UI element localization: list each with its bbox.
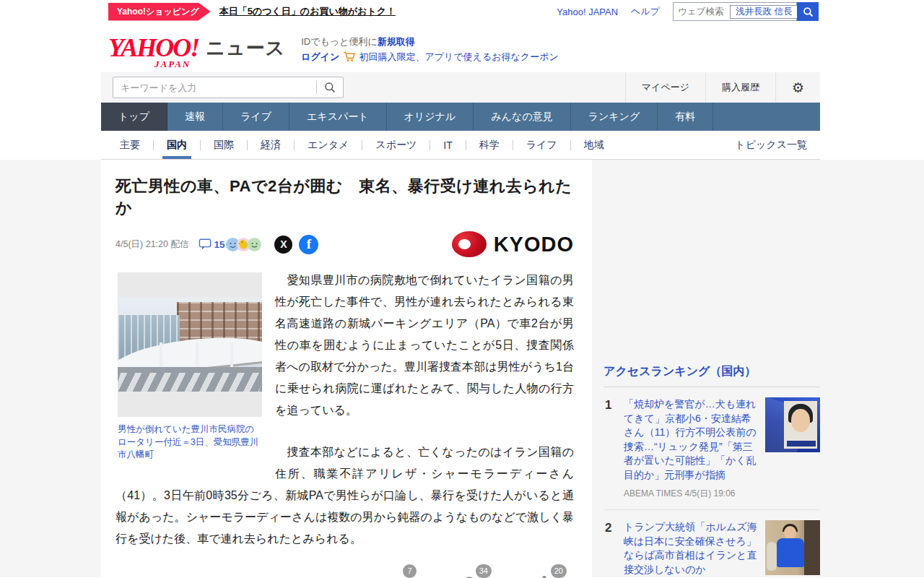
- x-share-icon[interactable]: X: [274, 236, 292, 254]
- divider: [153, 140, 154, 150]
- keyword-search-button[interactable]: [317, 77, 343, 98]
- divider: [513, 140, 513, 150]
- keyword-search-input[interactable]: [113, 82, 316, 93]
- subnav-life[interactable]: ライフ: [525, 131, 559, 159]
- ranking-item-2[interactable]: 2 トランプ大統領「ホルムズ海峡は日本に安全確保させろ」 ならば高市首相はイラン…: [603, 510, 820, 578]
- searchrow-right: マイページ 購入履歴 ⚙: [625, 72, 820, 103]
- yahoo-japan-link[interactable]: Yahoo! JAPAN: [557, 7, 618, 17]
- signup-link[interactable]: 新規取得: [378, 36, 415, 47]
- username-chip[interactable]: 浅井長政 信長: [730, 5, 798, 19]
- access-ranking-heading[interactable]: アクセスランキング（国内）: [603, 364, 820, 379]
- divider: [362, 140, 362, 150]
- subnav-kokusai[interactable]: 国際: [212, 131, 235, 159]
- rank-number: 2: [605, 520, 624, 578]
- nav-tab-sokuho[interactable]: 速報: [167, 103, 223, 131]
- web-search-button[interactable]: [797, 2, 819, 21]
- reaction-count-badge: 7: [403, 564, 417, 578]
- keyword-search-box: [113, 77, 344, 98]
- reaction-count-badge: 34: [476, 564, 492, 578]
- id-promo-line: IDでもっと便利に新規取得: [301, 35, 559, 48]
- ranking-title[interactable]: トランプ大統領「ホルムズ海峡は日本に安全確保させろ」 ならば高市首相はイランと直…: [624, 520, 758, 577]
- id-promo-prefix: IDでもっと便利に: [301, 36, 378, 47]
- yahoo-logo-text: YAHOO!: [108, 35, 199, 61]
- photo-caption[interactable]: 男性が倒れていた豊川市民病院のロータリー付近＝3日、愛知県豊川市八幡町: [118, 423, 262, 462]
- yahoo-logo-japan: JAPAN: [154, 59, 191, 70]
- ranking-title[interactable]: 「焼却炉を警官が…犬も連れてきて」京都小6・安達結希さん（11）行方不明公表前の…: [624, 397, 758, 482]
- web-search-box: 浅井長政 信長: [673, 2, 797, 21]
- subnav-shuyo[interactable]: 主要: [118, 131, 141, 159]
- subnav-keizai[interactable]: 経済: [259, 131, 282, 159]
- kyodo-mark-icon: [452, 231, 487, 257]
- yahoo-shopping-badge[interactable]: Yahoo!ショッピング: [108, 3, 211, 21]
- divider: [294, 140, 295, 150]
- category-navigation: 主要 国内 国際 経済 エンタメ スポーツ IT 科学 ライフ 地域 トピックス…: [101, 131, 820, 160]
- provider-name: KYODO: [494, 233, 574, 256]
- article-photo[interactable]: [118, 272, 262, 417]
- login-line: ログイン 初回購入限定、アプリで使えるお得なクーポン: [301, 50, 559, 64]
- subnav-kagaku[interactable]: 科学: [478, 131, 501, 159]
- divider: [570, 140, 571, 150]
- content-area: 死亡男性の車、PAで2台が囲む 東名、暴行受け連れ去られたか 4/5(日) 21…: [0, 160, 924, 577]
- comment-count: 15: [214, 239, 225, 250]
- sidebar: アクセスランキング（国内） 1 「焼却炉を警官が…犬も連れてきて」京都小6・安達…: [603, 160, 820, 577]
- mypage-link[interactable]: マイページ: [625, 72, 705, 103]
- article-figure: 男性が倒れていた豊川市民病院のロータリー付近＝3日、愛知県豊川市八幡町: [118, 272, 262, 462]
- ranking-item-1[interactable]: 1 「焼却炉を警官が…犬も連れてきて」京都小6・安達結希さん（11）行方不明公表…: [603, 387, 820, 510]
- share-buttons: X f: [274, 235, 318, 254]
- yahoo-logo[interactable]: YAHOO! JAPAN: [108, 35, 199, 61]
- nav-tab-top[interactable]: トップ: [101, 103, 167, 131]
- top-promo-bar: Yahoo!ショッピング 本日「5のつく日」のお買い物がおトク！ Yahoo! …: [0, 0, 924, 23]
- nav-tab-ranking[interactable]: ランキング: [571, 103, 658, 131]
- id-promo-area: IDでもっと便利に新規取得 ログイン 初回購入限定、アプリで使えるお得なクーポン: [301, 32, 559, 64]
- article-meta: 4/5(日) 21:20 配信 15 X: [116, 230, 574, 258]
- reaction-wakariyasui[interactable]: 34 わかりやすい: [443, 574, 496, 578]
- help-link[interactable]: ヘルプ: [631, 5, 660, 18]
- article: 死亡男性の車、PAで2台が囲む 東名、暴行受け連れ去られたか 4/5(日) 21…: [101, 160, 592, 577]
- thumbnail[interactable]: [765, 520, 820, 575]
- search-icon: [324, 82, 336, 93]
- column-gap: [592, 160, 603, 577]
- comment-link[interactable]: 15: [199, 238, 225, 250]
- rank-number: 1: [605, 397, 624, 500]
- article-footer: 記事に関する報告 × この記事はいかがでしたか？ リアクションで支援しよう 7: [116, 574, 574, 578]
- divider: [200, 140, 201, 150]
- cart-icon: [343, 51, 355, 62]
- subnav-kokunai[interactable]: 国内: [165, 131, 188, 159]
- nav-tab-expert[interactable]: エキスパート: [289, 103, 387, 131]
- hospital-photo-art: [118, 298, 262, 392]
- subnav-sports[interactable]: スポーツ: [374, 131, 418, 159]
- emoji-green-smiley: [248, 238, 261, 251]
- nav-tab-paid[interactable]: 有料: [658, 103, 713, 131]
- keyword-search-row: マイページ 購入履歴 ⚙: [101, 72, 820, 103]
- subnav-entame[interactable]: エンタメ: [306, 131, 350, 159]
- reaction-manabi[interactable]: 7 学びがある: [367, 574, 421, 578]
- purchase-history-link[interactable]: 購入履歴: [705, 72, 775, 103]
- reaction-emoji-row: [229, 238, 261, 251]
- subnav-chiiki[interactable]: 地域: [583, 131, 606, 159]
- nav-tab-opinions[interactable]: みんなの意見: [474, 103, 570, 131]
- article-date: 4/5(日) 21:20 配信: [116, 238, 188, 251]
- reaction-buttons: 7 学びがある 34: [367, 574, 574, 578]
- topics-list-link[interactable]: トピックス一覧: [735, 139, 807, 152]
- web-search-input[interactable]: [674, 7, 730, 17]
- divider: [247, 140, 248, 150]
- provider-logo[interactable]: KYODO: [452, 231, 574, 257]
- service-name[interactable]: ニュース: [206, 35, 285, 61]
- ranking-source: ABEMA TIMES 4/5(日) 19:06: [624, 488, 758, 500]
- promo-link[interactable]: 本日「5のつく日」のお買い物がおトク！: [219, 5, 396, 18]
- reaction-atarashii[interactable]: 20 新しい視点: [518, 574, 571, 578]
- divider: [466, 140, 466, 150]
- topbar-right: Yahoo! JAPAN ヘルプ 浅井長政 信長: [557, 2, 819, 21]
- search-icon: [803, 7, 814, 17]
- thumbnail[interactable]: [765, 397, 820, 452]
- facebook-share-icon[interactable]: f: [299, 235, 318, 254]
- nav-tab-live[interactable]: ライブ: [223, 103, 289, 131]
- coupon-link[interactable]: 初回購入限定、アプリで使えるお得なクーポン: [359, 50, 558, 64]
- login-link[interactable]: ログイン: [301, 50, 339, 64]
- web-search: 浅井長政 信長: [673, 2, 819, 21]
- main-navigation: トップ 速報 ライブ エキスパート オリジナル みんなの意見 ランキング 有料: [101, 103, 820, 131]
- gear-icon: ⚙: [792, 79, 804, 95]
- subnav-it[interactable]: IT: [442, 131, 453, 159]
- nav-tab-original[interactable]: オリジナル: [387, 103, 474, 131]
- settings-gear[interactable]: ⚙: [775, 72, 820, 103]
